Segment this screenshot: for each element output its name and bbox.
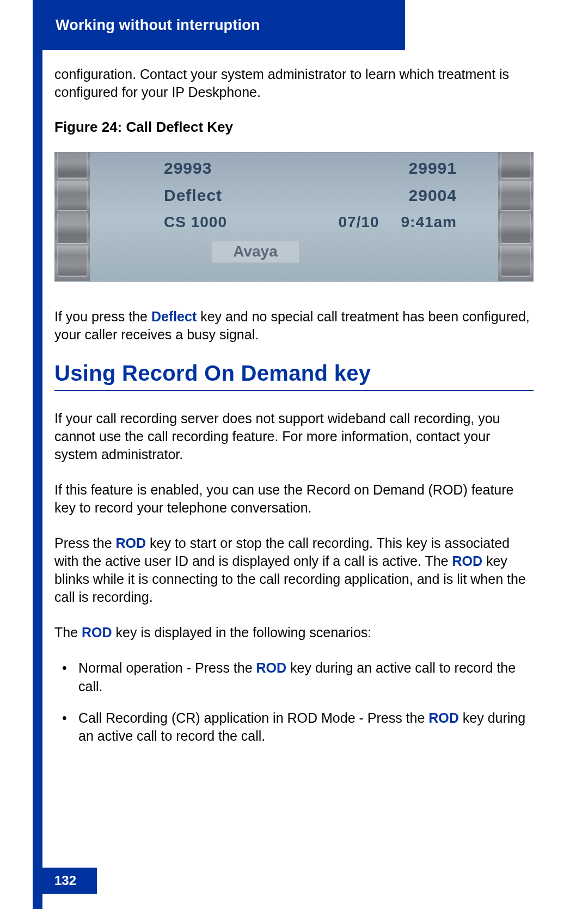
rod-paragraph-4: The ROD key is displayed in the followin…: [54, 624, 534, 642]
screen-row-2: Deflect 29004: [164, 186, 457, 205]
intro-paragraph: configuration. Contact your system admin…: [54, 65, 534, 101]
rod-scenario-list: Normal operation - Press the ROD key dur…: [54, 659, 534, 746]
text-fragment: Normal operation - Press the: [78, 660, 256, 675]
rod-paragraph-1: If your call recording server does not s…: [54, 410, 534, 463]
rod-paragraph-2: If this feature is enabled, you can use …: [54, 481, 534, 517]
list-item: Call Recording (CR) application in ROD M…: [54, 709, 534, 746]
page-number-value: 132: [54, 873, 76, 888]
page-number: 132: [33, 868, 97, 894]
rod-paragraph-3: Press the ROD key to start or stop the c…: [54, 534, 534, 606]
key-name-deflect: Deflect: [151, 309, 197, 324]
document-page: Working without interruption configurati…: [0, 0, 588, 909]
text-fragment: key is displayed in the following scenar…: [112, 625, 372, 640]
deflect-note: If you press the Deflect key and no spec…: [54, 308, 534, 344]
left-color-bar: [33, 0, 42, 909]
screen-value: 29993: [164, 159, 212, 178]
text-fragment: Call Recording (CR) application in ROD M…: [78, 710, 428, 725]
key-name-rod: ROD: [116, 535, 146, 551]
text-fragment: The: [54, 625, 82, 640]
page-header-title: Working without interruption: [56, 17, 260, 34]
text-fragment: Press the: [54, 535, 116, 551]
figure-caption: Figure 24: Call Deflect Key: [54, 119, 534, 136]
screen-value: 29004: [409, 186, 457, 205]
list-item: Normal operation - Press the ROD key dur…: [54, 659, 534, 696]
screen-value: CS 1000: [164, 213, 227, 231]
screen-row-3: CS 1000 07/10 9:41am: [164, 213, 457, 231]
key-name-rod: ROD: [256, 660, 287, 675]
content-area: configuration. Contact your system admin…: [54, 65, 534, 759]
key-name-rod: ROD: [452, 553, 482, 569]
brand-overlay: Avaya: [212, 241, 299, 263]
screen-value: Deflect: [164, 186, 222, 205]
phone-bezel-left: [55, 152, 90, 281]
phone-screen: 29993 29991 Deflect 29004 CS 1000 07/10 …: [99, 152, 489, 281]
key-name-rod: ROD: [82, 625, 112, 640]
screen-date: 07/10: [338, 213, 379, 231]
text-fragment: If you press the: [54, 309, 151, 324]
phone-bezel-right: [498, 152, 533, 281]
key-name-rod: ROD: [428, 710, 459, 725]
brand-overlay-text: Avaya: [233, 243, 277, 260]
screen-time: 9:41am: [401, 213, 457, 231]
page-header: Working without interruption: [33, 0, 405, 50]
section-title: Using Record On Demand key: [54, 361, 534, 391]
figure-call-deflect-key: 29993 29991 Deflect 29004 CS 1000 07/10 …: [54, 152, 534, 282]
screen-value: 29991: [409, 159, 457, 178]
screen-row-1: 29993 29991: [164, 159, 457, 178]
